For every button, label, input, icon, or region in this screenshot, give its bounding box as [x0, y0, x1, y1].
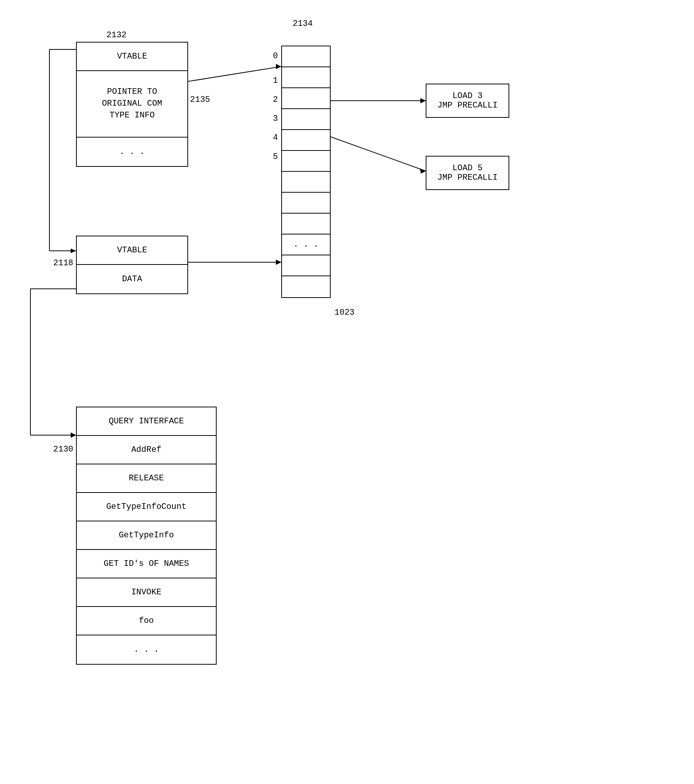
label-2130: 2130 [53, 445, 73, 454]
array-row-0 [282, 46, 330, 67]
svg-marker-3 [276, 260, 281, 265]
box1: VTABLE POINTER TOORIGINAL COMTYPE INFO .… [76, 42, 188, 167]
array-label-2: 2 [273, 95, 278, 104]
array-row-dots: . . . [282, 234, 330, 255]
query-cell-addref: AddRef [77, 436, 216, 464]
array-row-9 [282, 255, 330, 276]
label-2135: 2135 [190, 95, 210, 104]
array-row-8 [282, 214, 330, 234]
label-2118: 2118 [53, 259, 73, 268]
box2-vtable: VTABLE [77, 236, 187, 265]
query-cell-invoke: INVOKE [77, 578, 216, 607]
box2: VTABLE DATA [76, 236, 188, 294]
query-cell-dots: . . . [77, 636, 216, 664]
query-cell-gettypeinfocount: GetTypeInfoCount [77, 493, 216, 521]
query-cell-queryinterface: QUERY INTERFACE [77, 407, 216, 436]
array-row-1 [282, 67, 330, 88]
array-row-5 [282, 151, 330, 172]
array-label-1023: 1023 [335, 308, 354, 317]
array-row-6 [282, 172, 330, 193]
array-label-1: 1 [273, 76, 278, 86]
svg-marker-15 [71, 433, 76, 438]
load5-box: LOAD 5 JMP PRECALLI [426, 156, 509, 190]
load5-line2: JMP PRECALLI [437, 173, 498, 183]
svg-marker-5 [420, 98, 426, 103]
array-label-5: 5 [273, 152, 278, 161]
array-row-1023 [282, 276, 330, 297]
array-box: . . . [281, 46, 331, 298]
array-row-7 [282, 193, 330, 214]
box1-pointer: POINTER TOORIGINAL COMTYPE INFO [77, 71, 187, 138]
box1-dots: . . . [77, 138, 187, 166]
array-label-4: 4 [273, 133, 278, 143]
array-label-3: 3 [273, 114, 278, 124]
array-row-2 [282, 88, 330, 109]
svg-line-6 [331, 137, 426, 171]
label-2134: 2134 [293, 19, 313, 28]
box2-data: DATA [77, 265, 187, 293]
query-cell-gettypeinfo: GetTypeInfo [77, 521, 216, 550]
array-row-3 [282, 109, 330, 130]
array-row-4 [282, 130, 330, 151]
query-cell-getidsofnames: GET ID's OF NAMES [77, 550, 216, 578]
label-2132: 2132 [106, 30, 127, 40]
query-box: QUERY INTERFACE AddRef RELEASE GetTypeIn… [76, 407, 217, 665]
array-label-0: 0 [273, 51, 278, 61]
load5-line1: LOAD 5 [452, 163, 482, 173]
query-cell-release: RELEASE [77, 464, 216, 493]
load3-box: LOAD 3 JMP PRECALLI [426, 84, 509, 118]
load3-line2: JMP PRECALLI [437, 101, 498, 110]
query-cell-foo: foo [77, 607, 216, 636]
svg-line-0 [186, 66, 281, 82]
svg-marker-7 [420, 168, 426, 174]
svg-marker-1 [276, 64, 281, 69]
load3-line1: LOAD 3 [452, 91, 482, 101]
svg-marker-11 [71, 249, 76, 253]
box1-vtable: VTABLE [77, 43, 187, 71]
